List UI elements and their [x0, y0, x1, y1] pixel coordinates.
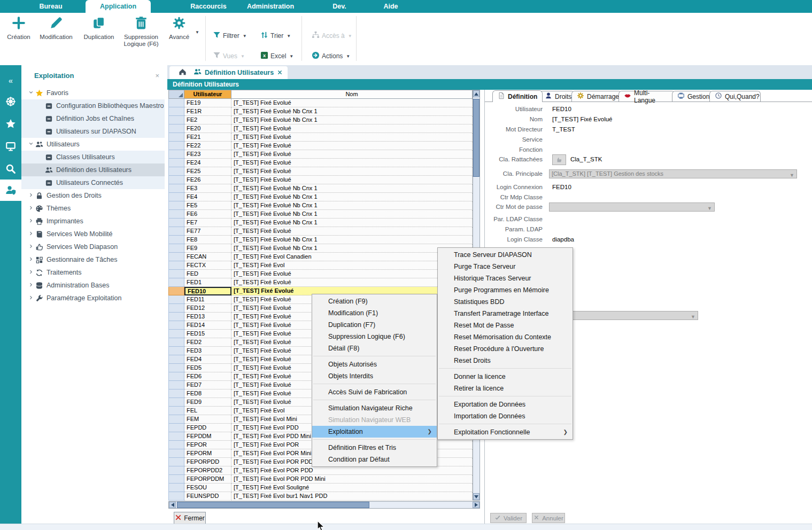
cell-nom[interactable]: [T_TEST] Fixé Evolué Nb Cnx 1	[231, 184, 473, 193]
cell-nom[interactable]: [T_TEST] Fixé Evolué Nb Cnx 1	[231, 236, 473, 244]
dropdown-arrow-icon[interactable]: ▼	[346, 54, 350, 59]
table-row[interactable]: FED1[T_TEST] Fixé Evolué	[168, 278, 473, 287]
row-selector[interactable]	[168, 441, 184, 449]
row-selector[interactable]	[168, 133, 184, 142]
table-row[interactable]: FE22[T_TEST] Fixé Evolué	[168, 142, 473, 150]
cell-nom[interactable]: [T_TEST] Fixé Evol POR PDD	[231, 466, 473, 475]
grid-corner-cell[interactable]	[168, 90, 184, 99]
vertical-scroll-thumb[interactable]	[473, 99, 480, 177]
cell-utilisateur[interactable]: FE26	[184, 176, 231, 184]
cell-utilisateur[interactable]: FEPORPDD	[184, 458, 231, 466]
row-selector[interactable]	[168, 484, 184, 492]
sidebar-item-configuration-biblioth-ques-maestro[interactable]: Configuration Bibliothèques Maestro	[21, 99, 165, 112]
cell-nom[interactable]: [T_TEST] Fixé Evolué Nb Cnx 1	[231, 210, 473, 219]
chevron-right-icon[interactable]	[28, 282, 34, 289]
sidebar-item-param-trage-exploitation[interactable]: Paramétrage Exploitation	[21, 292, 165, 305]
toolbar-button-trash[interactable]: Suppression Logique (F6)	[120, 16, 163, 48]
cell-utilisateur[interactable]: FE6	[184, 210, 231, 219]
row-selector[interactable]	[168, 184, 184, 193]
row-selector[interactable]	[168, 415, 184, 424]
submenu-item-reset-mot-de-passe[interactable]: Reset Mot de Passe	[438, 319, 573, 331]
sidebar-item-th-mes[interactable]: Thèmes	[21, 202, 165, 215]
tab-droits[interactable]: Droits	[539, 91, 575, 102]
menu-item-acc-s-suivi-de-fabrication[interactable]: Accès Suivi de Fabrication	[312, 386, 437, 398]
menu-tab-application[interactable]: Application	[86, 0, 151, 13]
panel-close-icon[interactable]: ×	[155, 72, 159, 80]
scroll-up-button[interactable]	[473, 90, 480, 97]
table-row[interactable]: FE6[T_TEST] Fixé Evolué Nb Cnx 1	[168, 210, 473, 219]
table-row[interactable]: FED[T_TEST] Fixé Evolué	[168, 270, 473, 278]
menu-item-suppression-logique-f6-[interactable]: Suppression Logique (F6)	[312, 331, 437, 342]
cell-utilisateur[interactable]: FE7	[184, 219, 231, 227]
cell-nom[interactable]: [T_TEST] Fixé Evolué	[231, 133, 473, 142]
horizontal-scrollbar[interactable]	[168, 501, 480, 509]
avance-dropdown-icon[interactable]: ▼	[195, 30, 199, 35]
cell-utilisateur[interactable]: FEPOR	[184, 441, 231, 449]
cell-nom[interactable]: [T_TEST] Fixé Evol POR PDD Mini	[231, 475, 473, 484]
chevron-down-icon[interactable]: ▼	[707, 205, 712, 212]
dropdown-arrow-icon[interactable]: ▼	[243, 34, 247, 38]
rail-wheel-icon[interactable]	[0, 91, 21, 112]
chevron-down-icon[interactable]: ▼	[691, 313, 695, 320]
cell-utilisateur[interactable]: FE24	[184, 159, 231, 167]
column-header-utilisateur[interactable]: Utilisateur	[184, 90, 231, 99]
chevron-right-icon[interactable]	[28, 231, 34, 237]
row-selector[interactable]	[168, 364, 184, 372]
cell-nom[interactable]: [T_TEST] Fixé Evolué	[231, 278, 473, 287]
row-selector[interactable]	[168, 355, 184, 364]
menu-item-simulation-navigateur-web[interactable]: Simulation Navigateur WEB	[312, 414, 437, 426]
dropdown-arrow-icon[interactable]: ▼	[241, 54, 245, 59]
row-selector[interactable]	[168, 295, 184, 304]
row-selector[interactable]	[168, 124, 184, 133]
cell-utilisateur[interactable]: FED4	[184, 355, 231, 364]
chevron-right-icon[interactable]	[28, 256, 34, 263]
row-selector[interactable]	[168, 398, 184, 407]
submenu-item-reset-m-morisation-du-contexte[interactable]: Reset Mémorisation du Contexte	[438, 331, 573, 343]
tab-multi-langue[interactable]: Multi-Langue	[618, 91, 675, 102]
cell-utilisateur[interactable]: FECAN	[184, 253, 231, 261]
row-selector[interactable]	[168, 210, 184, 219]
menu-item-objets-autoris-s[interactable]: Objets Autorisés	[312, 358, 437, 370]
cell-utilisateur[interactable]: FED10	[184, 287, 231, 295]
rail-search-icon[interactable]	[0, 158, 21, 180]
row-selector[interactable]	[168, 201, 184, 210]
submenu-item-transfert-parametrage-interface[interactable]: Transfert Parametrage Interface	[438, 308, 573, 319]
cell-utilisateur[interactable]: FED3	[184, 347, 231, 355]
chevron-right-icon[interactable]	[28, 295, 34, 301]
submenu-item-importation-de-donn-es[interactable]: Importation de Données	[438, 410, 573, 422]
row-selector[interactable]	[168, 287, 184, 295]
cell-utilisateur[interactable]: FESOU	[184, 484, 231, 492]
toolbar-button-trier[interactable]: Trier▼	[260, 31, 291, 41]
cell-nom[interactable]: [T_TEST] Fixé Evol Canadien	[231, 253, 473, 261]
cell-utilisateur[interactable]: FECTX	[184, 261, 231, 270]
row-selector[interactable]	[168, 407, 184, 415]
row-selector[interactable]	[168, 116, 184, 124]
cell-nom[interactable]: [T_TEST] Fixé Evolué Nb Cnx 1	[231, 116, 473, 124]
dropdown-arrow-icon[interactable]: ▼	[289, 54, 293, 59]
row-selector[interactable]	[168, 278, 184, 287]
submenu-item-exploitation-fonctionnelle[interactable]: Exploitation Fonctionnelle❯	[438, 426, 573, 438]
cell-utilisateur[interactable]: FE22	[184, 142, 231, 150]
cell-nom[interactable]: [T_TEST] Fixé Evol bur1 Nav1 PDD	[231, 492, 473, 501]
cell-nom[interactable]: [T_TEST] Fixé Evol Souligné	[231, 484, 473, 492]
cell-utilisateur[interactable]: FED13	[184, 313, 231, 321]
cell-nom[interactable]: [T_TEST] Fixé Evolué	[231, 270, 473, 278]
cell-utilisateur[interactable]: FE4	[184, 193, 231, 201]
cell-utilisateur[interactable]: FE9	[184, 244, 231, 253]
chevron-right-icon[interactable]	[28, 218, 34, 224]
sidebar-item-d-finition-des-utilisateurs[interactable]: Définition des Utilisateurs	[21, 163, 165, 176]
cell-utilisateur[interactable]: FED1	[184, 278, 231, 287]
tab-gestion[interactable]: Gestion	[672, 91, 713, 102]
menu-item-duplication-f7-[interactable]: Duplication (F7)	[312, 319, 437, 331]
annuler-button[interactable]: Annuler	[532, 513, 565, 523]
table-row[interactable]: FE20[T_TEST] Fixé Evolué	[168, 124, 473, 133]
cla-rattachees-button[interactable]	[552, 154, 566, 165]
table-row[interactable]: FESOU[T_TEST] Fixé Evol Souligné	[168, 484, 473, 492]
chevron-down-icon[interactable]	[28, 141, 34, 147]
sidebar-item-imprimantes[interactable]: Imprimantes	[21, 215, 165, 228]
cell-nom[interactable]: [T_TEST] Fixé Evol	[231, 261, 473, 270]
cell-nom[interactable]: [T_TEST] Fixé Evolué Nb Cnx 1	[231, 244, 473, 253]
cell-utilisateur[interactable]: FE21	[184, 133, 231, 142]
sidebar-item-gestion-des-droits[interactable]: Gestion des Droits	[21, 189, 165, 202]
cell-utilisateur[interactable]: FED7	[184, 381, 231, 389]
